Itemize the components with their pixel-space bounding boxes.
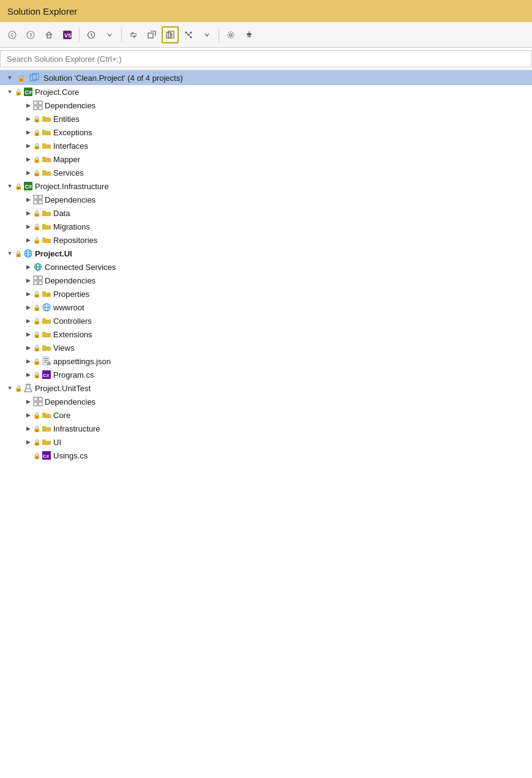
project-core-csicon: C# <box>23 87 33 97</box>
search-input[interactable] <box>0 50 532 67</box>
project-test-lock: 🔒 <box>15 385 22 392</box>
mapper-lock: 🔒 <box>33 156 40 163</box>
svg-rect-46 <box>34 281 37 285</box>
svg-rect-27 <box>39 101 42 105</box>
properties-ui-row[interactable]: 🔒 Properties <box>0 287 532 301</box>
forward-button[interactable] <box>22 26 39 43</box>
deps-infra-label: Dependencies <box>45 195 96 204</box>
svg-line-17 <box>189 32 191 35</box>
folder-mapper-icon <box>42 154 51 164</box>
svg-point-1 <box>27 31 34 39</box>
cs-infra-icon: C# <box>23 181 33 191</box>
services-core-row[interactable]: 🔒 Services <box>0 166 532 179</box>
views-label: Views <box>53 343 74 353</box>
program-expand <box>23 370 33 380</box>
data-infra-label: Data <box>53 209 70 218</box>
folder-props-icon <box>42 289 51 299</box>
ui-test-lock: 🔒 <box>33 439 40 446</box>
appsettings-label: appsettings.json <box>53 357 111 366</box>
svg-rect-35 <box>39 200 42 204</box>
svg-text:C#: C# <box>43 373 50 378</box>
cs-usings-icon: C# <box>42 451 51 460</box>
svg-rect-28 <box>34 106 37 110</box>
usings-test-row[interactable]: 🔒 C# Usings.cs <box>0 449 532 462</box>
mapper-core-row[interactable]: 🔒 Mapper <box>0 152 532 166</box>
program-ui-row[interactable]: 🔒 C# Program.cs <box>0 368 532 381</box>
svg-rect-6 <box>148 33 153 38</box>
project-infra-lock: 🔒 <box>15 183 22 190</box>
interfaces-expand <box>23 141 33 151</box>
home-button[interactable] <box>40 26 58 43</box>
folder-extensions-icon <box>42 329 51 339</box>
extensions-label: Extensions <box>53 330 92 339</box>
dependencies-infra-row[interactable]: Dependencies <box>0 193 532 206</box>
dependencies-ui-row[interactable]: Dependencies <box>0 274 532 287</box>
project-core-label: Project.Core <box>35 88 79 97</box>
solution-expand-icon <box>5 73 15 83</box>
dependencies-core-row[interactable]: Dependencies <box>0 99 532 112</box>
title-bar: Solution Explorer <box>0 0 532 22</box>
vs-icon-button[interactable]: VS <box>59 26 76 43</box>
controllers-label: Controllers <box>53 316 92 326</box>
search-container <box>0 48 532 70</box>
deps-core-expand <box>23 100 33 110</box>
extensions-ui-row[interactable]: 🔒 Extensions <box>0 327 532 341</box>
svg-rect-32 <box>34 195 37 199</box>
ui-test-row[interactable]: 🔒 UI <box>0 435 532 449</box>
exceptions-core-row[interactable]: 🔒 Exceptions <box>0 125 532 139</box>
title-bar-text: Solution Explorer <box>7 6 77 17</box>
node-view-dropdown[interactable] <box>198 26 215 43</box>
mapper-expand <box>23 154 33 164</box>
controllers-ui-row[interactable]: 🔒 Controllers <box>0 314 532 327</box>
node-view-button[interactable] <box>180 26 197 43</box>
svg-rect-65 <box>39 402 42 406</box>
controllers-expand <box>23 316 33 326</box>
interfaces-label: Interfaces <box>53 141 88 151</box>
connected-expand <box>23 262 33 272</box>
appsettings-lock: 🔒 <box>33 358 40 365</box>
repositories-infra-row[interactable]: 🔒 Repositories <box>0 233 532 247</box>
project-unittest-row[interactable]: 🔒 Project.UnitTest <box>0 381 532 395</box>
solution-root[interactable]: 🔒 Solution 'Clean.Project' (4 of 4 proje… <box>0 70 532 85</box>
svg-point-19 <box>230 34 232 36</box>
deps-ui-label: Dependencies <box>45 276 96 285</box>
infrastructure-test-row[interactable]: 🔒 Infrastructure <box>0 422 532 435</box>
collapse-all-button[interactable] <box>143 26 160 43</box>
dependencies-test-row[interactable]: Dependencies <box>0 395 532 408</box>
project-core-row[interactable]: 🔒 C# Project.Core <box>0 85 532 99</box>
data-infra-row[interactable]: 🔒 Data <box>0 206 532 220</box>
core-test-row[interactable]: 🔒 Core <box>0 408 532 422</box>
data-lock: 🔒 <box>33 210 40 217</box>
properties-label: Properties <box>53 290 89 299</box>
web-project-icon <box>23 249 33 258</box>
migrations-infra-row[interactable]: 🔒 Migrations <box>0 220 532 233</box>
project-core-expand <box>5 87 15 97</box>
solution-explorer-tree: 🔒 Solution 'Clean.Project' (4 of 4 proje… <box>0 70 532 462</box>
show-all-files-button[interactable] <box>162 26 179 43</box>
migrations-label: Migrations <box>53 222 90 231</box>
interfaces-core-row[interactable]: 🔒 Interfaces <box>0 139 532 152</box>
sync-button[interactable] <box>125 26 142 43</box>
back-button[interactable] <box>4 26 21 43</box>
pinned-button[interactable] <box>241 26 258 43</box>
props-expand <box>23 289 33 299</box>
connected-services-row[interactable]: Connected Services <box>0 260 532 274</box>
svg-rect-29 <box>39 106 42 110</box>
project-ui-label: Project.UI <box>35 249 72 258</box>
folder-icon <box>42 114 51 124</box>
svg-line-18 <box>189 35 191 37</box>
entities-core-row[interactable]: 🔒 Entities <box>0 112 532 125</box>
deps-test-icon <box>33 397 43 406</box>
history-dropdown[interactable] <box>101 26 118 43</box>
test-project-icon <box>23 383 33 393</box>
project-infrastructure-row[interactable]: 🔒 C# Project.Infrastructure <box>0 179 532 193</box>
settings-button[interactable] <box>222 26 239 43</box>
wwwroot-ui-row[interactable]: 🔒 wwwroot <box>0 301 532 314</box>
appsettings-ui-row[interactable]: 🔒 {} appsettings.json <box>0 354 532 368</box>
wwwroot-label: wwwroot <box>53 303 84 312</box>
history-button[interactable] <box>83 26 100 43</box>
views-ui-row[interactable]: 🔒 Views <box>0 341 532 354</box>
mapper-label: Mapper <box>53 155 80 164</box>
project-ui-row[interactable]: 🔒 Project.UI <box>0 247 532 260</box>
controllers-lock: 🔒 <box>33 318 40 324</box>
